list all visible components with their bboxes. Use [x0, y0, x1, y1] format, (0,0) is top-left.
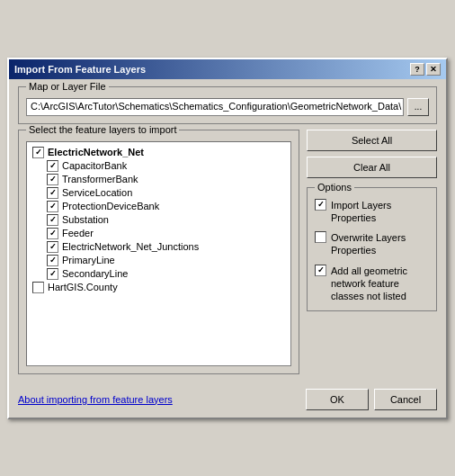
checkbox-servicelocation[interactable] [47, 187, 58, 199]
clear-all-button[interactable]: Clear All [307, 157, 437, 178]
feature-list-box[interactable]: ElectricNetwork_Net CapacitorBank Transf… [26, 141, 291, 366]
right-panel: Select All Clear All Options Import Laye… [307, 130, 437, 311]
ok-button[interactable]: OK [306, 389, 369, 410]
help-button[interactable]: ? [410, 63, 424, 76]
dialog-title: Import From Feature Layers [14, 64, 146, 75]
item-label: Substation [62, 214, 109, 225]
item-label: Feeder [62, 228, 94, 238]
cancel-button[interactable]: Cancel [374, 389, 437, 410]
item-label: ServiceLocation [62, 187, 132, 198]
list-item[interactable]: SecondaryLine [29, 267, 289, 281]
list-item[interactable]: ProtectionDeviceBank [29, 200, 289, 213]
item-label: ElectricNetwork_Net_Junctions [62, 241, 199, 252]
item-label: ElectricNetwork_Net [48, 147, 144, 157]
footer-buttons: OK Cancel [306, 389, 437, 410]
file-row: C:\ArcGIS\ArcTutor\Schematics\Schematics… [26, 98, 429, 116]
main-content: Select the feature layers to import Elec… [18, 130, 437, 374]
checkbox-hartgis-county[interactable] [32, 282, 44, 293]
checkbox-capacitorbank[interactable] [47, 160, 58, 172]
list-item[interactable]: Feeder [29, 227, 289, 240]
item-label: ProtectionDeviceBank [62, 201, 159, 211]
map-layer-group-label: Map or Layer File [26, 81, 109, 92]
import-dialog: Import From Feature Layers ? ✕ Map or La… [7, 58, 448, 419]
checkbox-transformerbank[interactable] [47, 174, 58, 185]
list-item[interactable]: HartGIS.County [29, 281, 289, 294]
item-label: SecondaryLine [62, 268, 128, 279]
add-geometric-label: Add all geometric network feature classe… [331, 265, 429, 303]
checkbox-electricnetwork-net-junctions[interactable] [47, 241, 58, 253]
checkbox-substation[interactable] [47, 214, 58, 226]
item-label: TransformerBank [62, 174, 138, 184]
overwrite-layers-option: Overwrite Layers Properties [315, 231, 429, 257]
checkbox-protectiondevicebank[interactable] [47, 201, 58, 212]
map-layer-group: Map or Layer File C:\ArcGIS\ArcTutor\Sch… [18, 86, 437, 124]
title-bar: Import From Feature Layers ? ✕ [9, 59, 446, 79]
about-link[interactable]: About importing from feature layers [18, 394, 173, 405]
import-layers-option: Import Layers Properties [315, 199, 429, 225]
item-label: HartGIS.County [48, 282, 118, 292]
list-item[interactable]: ServiceLocation [29, 186, 289, 200]
browse-button[interactable]: ... [407, 98, 429, 116]
item-label: CapacitorBank [62, 160, 127, 171]
overwrite-layers-label: Overwrite Layers Properties [331, 231, 429, 257]
checkbox-add-geometric[interactable] [315, 265, 326, 276]
list-item[interactable]: ElectricNetwork_Net [29, 146, 289, 159]
checkbox-overwrite-layers[interactable] [315, 231, 326, 243]
options-group-label: Options [315, 182, 354, 193]
close-button[interactable]: ✕ [426, 63, 441, 76]
list-item[interactable]: Substation [29, 213, 289, 227]
left-panel: Select the feature layers to import Elec… [18, 130, 299, 374]
import-layers-label: Import Layers Properties [331, 199, 429, 225]
footer: About importing from feature layers OK C… [9, 383, 446, 418]
select-all-button[interactable]: Select All [307, 130, 437, 151]
feature-list-group: Select the feature layers to import Elec… [18, 130, 299, 374]
checkbox-feeder[interactable] [47, 228, 58, 239]
item-label: PrimaryLine [62, 255, 115, 265]
list-item[interactable]: TransformerBank [29, 173, 289, 186]
checkbox-import-layers[interactable] [315, 199, 326, 211]
list-item[interactable]: PrimaryLine [29, 254, 289, 267]
title-bar-buttons: ? ✕ [410, 63, 441, 76]
checkbox-electricnetwork-net[interactable] [32, 147, 44, 158]
options-group: Options Import Layers Properties Overwri… [307, 187, 437, 311]
file-path-display: C:\ArcGIS\ArcTutor\Schematics\Schematics… [26, 98, 404, 116]
dialog-body: Map or Layer File C:\ArcGIS\ArcTutor\Sch… [9, 79, 446, 383]
list-item[interactable]: CapacitorBank [29, 159, 289, 173]
feature-list-label: Select the feature layers to import [26, 124, 179, 135]
add-geometric-option: Add all geometric network feature classe… [315, 265, 429, 303]
checkbox-secondaryline[interactable] [47, 268, 58, 280]
list-item[interactable]: ElectricNetwork_Net_Junctions [29, 240, 289, 254]
checkbox-primaryline[interactable] [47, 255, 58, 266]
